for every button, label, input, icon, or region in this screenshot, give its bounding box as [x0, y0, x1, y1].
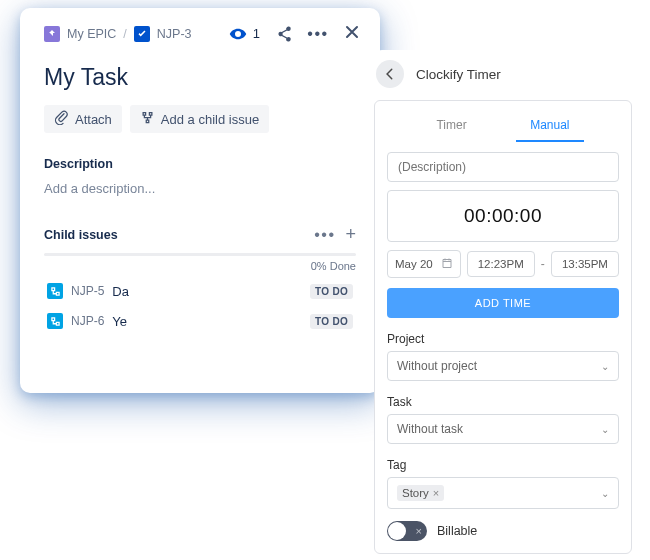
tag-remove-button[interactable]: ×	[433, 487, 439, 499]
status-badge[interactable]: TO DO	[310, 314, 353, 329]
tag-select[interactable]: Story × ⌄	[387, 477, 619, 509]
child-issue-key: NJP-5	[71, 284, 104, 298]
breadcrumb-separator: /	[123, 27, 126, 41]
attach-button[interactable]: Attach	[44, 105, 122, 133]
child-issues-header: Child issues ••• +	[44, 224, 356, 245]
billable-toggle[interactable]: ×	[387, 521, 427, 541]
jira-issue-modal: My EPIC / NJP-3 1 ••• My Task Attach	[20, 8, 380, 393]
epic-icon	[44, 26, 60, 42]
child-issue-key: NJP-6	[71, 314, 104, 328]
child-issues-actions: ••• +	[314, 224, 356, 245]
child-issue-row[interactable]: NJP-6 Ye TO DO	[44, 306, 356, 336]
end-time-input[interactable]: 13:35PM	[551, 251, 619, 277]
tag-value: Story	[402, 487, 429, 499]
child-issue-list: NJP-5 Da TO DO NJP-6 Ye TO DO	[44, 276, 356, 336]
tree-icon	[140, 110, 155, 128]
task-label: Task	[387, 395, 619, 409]
clockify-title: Clockify Timer	[416, 67, 501, 82]
share-button[interactable]	[274, 24, 294, 44]
subtask-icon	[47, 283, 63, 299]
tag-label: Tag	[387, 458, 619, 472]
more-actions-button[interactable]: •••	[308, 24, 328, 44]
date-time-row: May 20 12:23PM - 13:35PM	[387, 250, 619, 278]
chevron-down-icon: ⌄	[601, 424, 609, 435]
description-input[interactable]: Add a description...	[44, 181, 356, 196]
clockify-card: Timer Manual 00:00:00 May 20 12:23PM - 1…	[374, 100, 632, 554]
task-type-icon	[134, 26, 150, 42]
project-select[interactable]: Without project ⌄	[387, 351, 619, 381]
watchers-count: 1	[253, 26, 260, 41]
task-select[interactable]: Without task ⌄	[387, 414, 619, 444]
issue-title[interactable]: My Task	[44, 64, 356, 91]
child-issue-summary: Da	[112, 284, 129, 299]
project-value: Without project	[397, 359, 477, 373]
watchers-button[interactable]: 1	[227, 23, 260, 45]
subtask-icon	[47, 313, 63, 329]
attach-label: Attach	[75, 112, 112, 127]
chevron-down-icon: ⌄	[601, 361, 609, 372]
tag-chip: Story ×	[397, 485, 444, 501]
description-input[interactable]	[387, 152, 619, 182]
child-progress	[44, 253, 356, 256]
clockify-panel: Clockify Timer Timer Manual 00:00:00 May…	[374, 50, 632, 554]
task-value: Without task	[397, 422, 463, 436]
start-time-input[interactable]: 12:23PM	[467, 251, 535, 277]
child-issues-label: Child issues	[44, 228, 118, 242]
back-button[interactable]	[376, 60, 404, 88]
status-badge[interactable]: TO DO	[310, 284, 353, 299]
clockify-titlebar: Clockify Timer	[374, 50, 632, 100]
child-issues-more-button[interactable]: •••	[314, 226, 335, 244]
paperclip-icon	[54, 110, 69, 128]
breadcrumb-epic-link[interactable]: My EPIC	[67, 27, 116, 41]
add-time-button[interactable]: ADD TIME	[387, 288, 619, 318]
child-issue-row[interactable]: NJP-5 Da TO DO	[44, 276, 356, 306]
tab-timer[interactable]: Timer	[422, 113, 480, 142]
tab-manual[interactable]: Manual	[516, 113, 583, 142]
calendar-icon	[441, 257, 453, 271]
close-button[interactable]	[342, 22, 362, 45]
duration-input[interactable]: 00:00:00	[387, 190, 619, 242]
billable-label: Billable	[437, 524, 477, 538]
breadcrumb-issue-key[interactable]: NJP-3	[157, 27, 192, 41]
toggle-x-icon: ×	[416, 525, 422, 537]
billable-row: × Billable	[387, 521, 619, 541]
issue-action-row: Attach Add a child issue	[44, 105, 356, 133]
date-picker[interactable]: May 20	[387, 250, 461, 278]
child-issues-add-button[interactable]: +	[345, 224, 356, 245]
header-actions: 1 •••	[227, 22, 362, 45]
child-issue-summary: Ye	[112, 314, 127, 329]
clockify-tabs: Timer Manual	[387, 113, 619, 142]
chevron-down-icon: ⌄	[601, 488, 609, 499]
description-label: Description	[44, 157, 356, 171]
eye-icon	[227, 23, 249, 45]
project-label: Project	[387, 332, 619, 346]
add-child-issue-button[interactable]: Add a child issue	[130, 105, 269, 133]
date-value: May 20	[395, 258, 433, 270]
child-progress-pct: 0% Done	[44, 260, 356, 272]
time-range-separator: -	[541, 257, 545, 271]
add-child-label: Add a child issue	[161, 112, 259, 127]
